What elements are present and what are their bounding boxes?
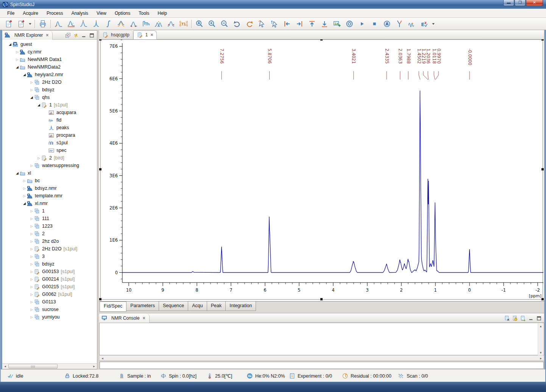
collapse-arrow-icon[interactable]: ◢	[8, 42, 12, 46]
scroll-left-icon[interactable]: ◂	[100, 356, 105, 361]
export-sequence-icon[interactable]: Ez	[419, 19, 429, 29]
menu-options[interactable]: Options	[111, 9, 134, 17]
single-peak-icon[interactable]	[91, 19, 101, 29]
tree-item-s1pul[interactable]: s1pul	[2, 139, 97, 147]
spectrum-chart[interactable]: 7E66E65E64E63E62E61E60109876543210-1-2[p…	[99, 39, 544, 301]
more-tools-dropdown-icon[interactable]	[431, 19, 436, 29]
minimize-view-icon[interactable]	[527, 314, 535, 322]
tree-item-2hz-d2o[interactable]: ▷2Hz D2O[s1pul]	[2, 245, 97, 253]
tree-item-sucrose[interactable]: ▷sucrose	[2, 306, 97, 313]
tree-item-xl[interactable]: ◢xl	[2, 169, 97, 177]
tree-item-xl-nmr[interactable]: ◢Nxl.nmr	[2, 200, 97, 207]
j-coupling-icon[interactable]	[394, 19, 404, 29]
tree-item-g00215[interactable]: ▷G00215[s1pul]	[2, 283, 97, 290]
menu-analysis[interactable]: Analysis	[67, 9, 92, 17]
expand-arrow-icon[interactable]: ▷	[15, 50, 20, 54]
maximize-view-icon[interactable]	[535, 314, 543, 322]
collapse-arrow-icon[interactable]: ◢	[22, 73, 27, 77]
scroll-lock-icon[interactable]	[511, 314, 519, 322]
console-input[interactable]	[100, 362, 544, 369]
menu-acquire[interactable]: Acquire	[19, 9, 42, 17]
apodization-icon[interactable]	[141, 19, 151, 29]
new-dataset-dropdown-icon[interactable]	[28, 19, 33, 29]
window-close-button[interactable]: ✕	[526, 0, 543, 6]
tree-item-g0062[interactable]: ▷G0062[s1pul]	[2, 290, 97, 298]
clear-console-icon[interactable]	[503, 314, 511, 322]
window-minimize-button[interactable]: ▬	[503, 0, 514, 6]
tree-item-newnmrdata2[interactable]: ◢NewNMRData2	[2, 63, 97, 71]
expand-arrow-icon[interactable]: ▷	[29, 209, 34, 213]
tree-item-heyiyan2-nmr[interactable]: ◢Nheyiyan2.nmr	[2, 71, 97, 78]
subtab-parameters[interactable]: Parameters	[126, 301, 159, 311]
tree-item-1[interactable]: ▷1	[2, 207, 97, 215]
tree-item-procpara[interactable]: procpara	[2, 131, 97, 139]
tree-item-1223[interactable]: ▷1223	[2, 222, 97, 230]
spectrum-display-icon[interactable]	[66, 19, 76, 29]
redo-icon[interactable]	[244, 19, 254, 29]
collapse-all-icon[interactable]	[64, 31, 72, 39]
collapse-arrow-icon[interactable]: ◢	[15, 65, 20, 69]
start-acquisition-icon[interactable]	[357, 19, 367, 29]
maximize-view-icon[interactable]	[88, 31, 95, 39]
expand-arrow-icon[interactable]: ▷	[15, 58, 20, 61]
pin-console-icon[interactable]	[519, 314, 527, 322]
tree-item-guest[interactable]: ◢Wguest	[2, 41, 97, 48]
expand-arrow-icon[interactable]: ▷	[29, 293, 34, 296]
menu-process[interactable]: Process	[42, 9, 67, 17]
expand-arrow-icon[interactable]: ▷	[29, 262, 34, 266]
crosshair-cursor-icon[interactable]	[257, 19, 267, 29]
scroll-down-icon[interactable]: ▾	[538, 350, 543, 355]
phase-correction-icon[interactable]	[116, 19, 126, 29]
scroll-right-icon[interactable]: ▸	[91, 364, 97, 369]
tree-item-2hz-d2o[interactable]: ▷2hz d2o	[2, 237, 97, 245]
expand-arrow-icon[interactable]: ▷	[22, 179, 27, 183]
tab-close-icon[interactable]: ×	[150, 32, 153, 37]
tree-item-bdsyz-nmr[interactable]: ▷Nbdsyz.nmr	[2, 184, 97, 192]
expand-arrow-icon[interactable]: ▷	[29, 164, 34, 167]
tree-item-yumiyou[interactable]: ▷yumiyou	[2, 313, 97, 321]
calibrate-icon[interactable]	[344, 19, 354, 29]
tree-item-111[interactable]: ▷111	[2, 215, 97, 222]
expand-arrow-icon[interactable]: ▷	[29, 81, 34, 84]
add-annotation-icon[interactable]	[332, 19, 342, 29]
atom-assignment-icon[interactable]: A	[382, 19, 392, 29]
menu-file[interactable]: File	[3, 9, 19, 17]
fit-width-icon[interactable]	[319, 19, 329, 29]
console-vscrollbar[interactable]: ▴ ▾	[538, 323, 543, 355]
shift-right-icon[interactable]	[294, 19, 304, 29]
window-maximize-button[interactable]: ❐	[515, 0, 526, 6]
console-tab[interactable]: NMR Console ×	[99, 314, 150, 323]
expand-arrow-icon[interactable]: ▷	[29, 285, 34, 289]
scroll-left-icon[interactable]: ◂	[2, 364, 8, 369]
tree-item-acqupara[interactable]: acqupara	[2, 109, 97, 116]
expand-arrow-icon[interactable]: ▷	[29, 300, 34, 304]
tree-item-bc[interactable]: ▷bc	[2, 177, 97, 184]
expand-arrow-icon[interactable]: ▷	[29, 240, 34, 243]
tree-item-spec[interactable]: spec	[2, 147, 97, 154]
explorer-tab[interactable]: N NMR Explorer ×	[2, 31, 53, 40]
expand-arrow-icon[interactable]: ▷	[22, 187, 27, 190]
subtab-peak[interactable]: Peak	[207, 301, 226, 311]
subtab-fid-spec[interactable]: Fid/Spec	[100, 301, 126, 312]
tree-item-g0113[interactable]: ▷G0113	[2, 298, 97, 306]
t1-relaxation-icon[interactable]: T1	[178, 19, 189, 29]
collapse-arrow-icon[interactable]: ◢	[22, 201, 27, 205]
expand-arrow-icon[interactable]: ▷	[29, 225, 34, 228]
tree-item-2[interactable]: ▷2[bird]	[2, 154, 97, 162]
zoom-in-icon[interactable]	[207, 19, 217, 29]
collapse-arrow-icon[interactable]: ◢	[15, 171, 20, 175]
subtab-sequence[interactable]: Sequence	[159, 301, 188, 311]
subtab-integration[interactable]: Integration	[225, 301, 256, 311]
explorer-close-icon[interactable]: ×	[45, 33, 49, 38]
tree-item-fid[interactable]: fid	[2, 116, 97, 124]
scrollbar-thumb[interactable]	[8, 364, 58, 369]
tree-item-peaks[interactable]: peaks	[2, 124, 97, 131]
scroll-up-icon[interactable]: ▴	[538, 323, 543, 329]
zoom-region-icon[interactable]: A	[194, 19, 204, 29]
undo-icon[interactable]	[232, 19, 242, 29]
expand-arrow-icon[interactable]: ▷	[29, 270, 34, 273]
peak-picking-icon[interactable]	[78, 19, 89, 29]
expand-arrow-icon[interactable]: ▷	[36, 156, 41, 160]
menu-tools[interactable]: Tools	[134, 9, 153, 17]
tree-item-template-nmr[interactable]: ▷Ntemplate.nmr	[2, 192, 97, 200]
